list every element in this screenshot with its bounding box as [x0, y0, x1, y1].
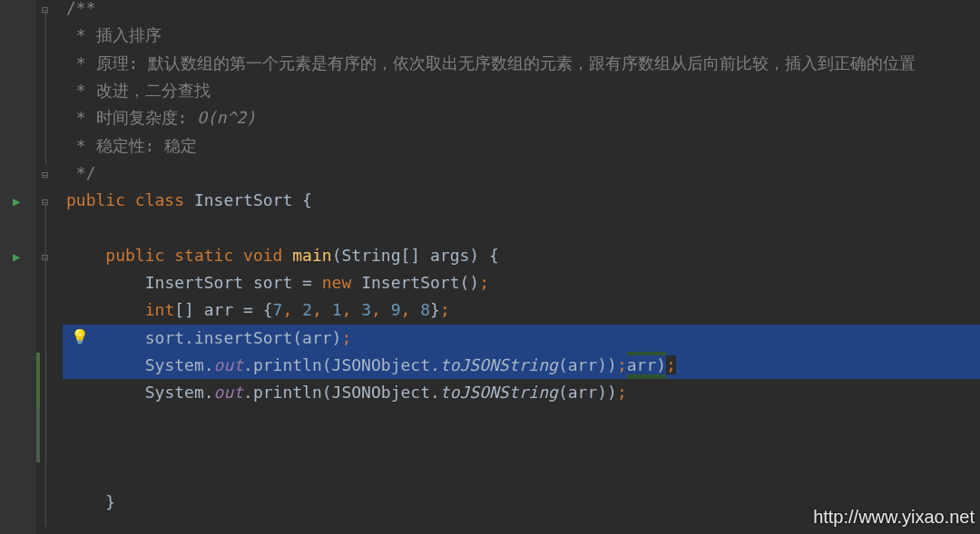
method-name: main: [292, 246, 331, 265]
duplicate-highlight: arr): [627, 352, 666, 379]
comment: * 稳定性: 稳定: [66, 136, 197, 155]
comma: ,: [371, 300, 391, 319]
field: out: [214, 383, 244, 402]
code-text: (arr)): [558, 355, 617, 374]
keyword: static: [174, 246, 243, 265]
run-icon[interactable]: ▶: [13, 188, 20, 215]
code-line: /**: [63, 0, 980, 22]
brace: {: [302, 190, 312, 209]
comment: /**: [66, 0, 96, 17]
keyword: void: [243, 246, 292, 265]
code-text: [] arr = {: [174, 300, 272, 319]
code-text: InsertSort(): [361, 273, 479, 292]
comment: */: [66, 163, 96, 182]
comma: ,: [342, 300, 362, 319]
code-text: InsertSort sort =: [145, 273, 322, 292]
fold-column: ⊟ ⊟ ⊟ ⊟: [36, 0, 63, 534]
brace: }: [430, 300, 440, 319]
code-line-selected: sort.insertSort(arr);: [63, 325, 980, 352]
number: 9: [391, 300, 401, 319]
semicolon: ;: [666, 355, 676, 374]
paren: ): [332, 328, 342, 347]
code-text: .println(JSONObject.: [243, 355, 440, 374]
code-line: System.out.println(JSONObject.toJSONStri…: [63, 379, 980, 406]
comment: * 原理: 默认数组的第一个元素是有序的，依次取出无序数组的元素，跟有序数组从后…: [66, 53, 916, 73]
keyword: public: [105, 246, 174, 265]
code-text: System.: [145, 383, 214, 402]
code-line: * 改进，二分查找: [63, 77, 980, 104]
keyword: new: [322, 273, 361, 292]
comma: ,: [401, 300, 421, 319]
semicolon: ;: [617, 383, 627, 402]
run-icon[interactable]: ▶: [13, 243, 20, 270]
code-line: */: [63, 160, 980, 187]
lightbulb-icon[interactable]: 💡: [71, 324, 89, 351]
code-line: public class InsertSort {: [63, 187, 980, 214]
code-line: public static void main(String[] args) {: [63, 242, 980, 269]
code-text: System.: [145, 355, 214, 374]
fold-toggle-icon[interactable]: ⊟: [42, 161, 48, 189]
number: 3: [361, 300, 371, 319]
comma: ,: [312, 300, 332, 319]
signature: (String[] args) {: [332, 246, 499, 265]
watermark: http://www.yixao.net: [813, 503, 975, 530]
code-text: .println(JSONObject.: [243, 383, 440, 402]
static-method: toJSONString: [440, 355, 558, 374]
gutter: ▶ ▶: [0, 0, 36, 534]
comment: * 改进，二分查找: [66, 81, 211, 100]
semicolon: ;: [440, 300, 450, 319]
field: out: [214, 355, 244, 374]
keyword: class: [135, 190, 194, 209]
code-area[interactable]: /** * 插入排序 * 原理: 默认数组的第一个元素是有序的，依次取出无序数组…: [63, 0, 980, 534]
keyword: int: [145, 300, 175, 319]
code-line-selected: System.out.println(JSONObject.toJSONStri…: [63, 352, 980, 379]
number: 1: [332, 300, 342, 319]
code-line: * 时间复杂度: O(n^2): [63, 104, 980, 131]
code-text: sort.insertSort(: [145, 328, 302, 347]
code-text: (arr)): [558, 383, 617, 402]
identifier: arr: [302, 328, 332, 347]
code-line: InsertSort sort = new InsertSort();: [63, 269, 980, 296]
brace: }: [105, 492, 115, 511]
vcs-change-marker: [36, 353, 40, 408]
class-name: InsertSort: [194, 190, 302, 209]
fold-guide: [45, 13, 46, 165]
code-line: * 稳定性: 稳定: [63, 132, 980, 160]
code-line: int[] arr = {7, 2, 1, 3, 9, 8};: [63, 296, 980, 324]
comma: ,: [282, 300, 302, 319]
code-editor[interactable]: ▶ ▶ 💡 ⊟ ⊟ ⊟ ⊟ /** * 插入排序 * 原理: 默认数组的第一个元…: [0, 0, 980, 534]
comment: * 时间复杂度: O(n^2): [66, 108, 256, 127]
semicolon: ;: [479, 273, 489, 292]
number: 2: [302, 300, 312, 319]
static-method: toJSONString: [440, 383, 558, 402]
comment: * 插入排序: [66, 25, 162, 44]
code-line: * 插入排序: [63, 22, 980, 49]
vcs-change-marker: [36, 407, 40, 462]
keyword: public: [66, 190, 135, 209]
code-line: * 原理: 默认数组的第一个元素是有序的，依次取出无序数组的元素，跟有序数组从后…: [63, 50, 980, 77]
semicolon: ;: [617, 355, 627, 374]
fold-guide: [45, 205, 46, 527]
semicolon: ;: [341, 328, 351, 347]
number: 7: [273, 300, 283, 319]
number: 8: [420, 300, 430, 319]
